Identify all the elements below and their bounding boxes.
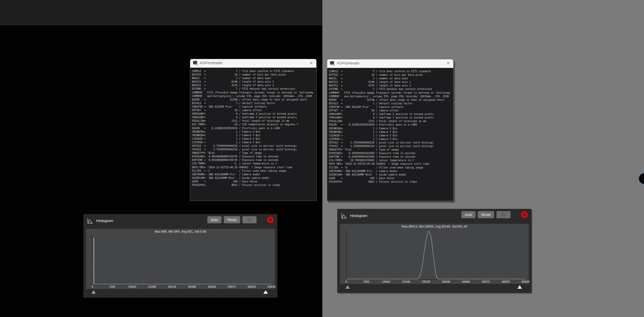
plot-area	[346, 231, 526, 280]
close-button[interactable]: ✕	[267, 216, 274, 223]
y-axis-tick	[345, 231, 346, 232]
y-axis-tick	[345, 243, 346, 244]
x-axis-label: 0	[346, 280, 347, 283]
x-axis-label: 65535	[268, 285, 276, 288]
histogram-toolbar: Auto Reset ✕	[205, 216, 274, 223]
y-axis-tick	[91, 249, 92, 249]
fits-header-text: SIMPLE = T / file does conform to FITS s…	[190, 68, 316, 187]
y-axis-tick	[91, 273, 92, 273]
y-axis-tick	[345, 279, 346, 279]
x-axis-label: 50971	[228, 285, 236, 288]
window-title: Histogram	[350, 213, 367, 218]
x-axis-label: 21845	[148, 285, 156, 288]
x-axis-label: 7281	[363, 280, 370, 283]
fits-window-titlebar[interactable]: FITS ASIFitsHeader ✕	[327, 59, 453, 68]
histogram-toolbar: Auto Reset ✕	[459, 211, 528, 218]
zoom-button[interactable]	[242, 216, 257, 223]
window-title: Histogram	[96, 218, 113, 223]
histogram-plot-panel: Max:656, Min:364, Avg:501, Std:5.88	[86, 229, 275, 289]
y-axis-tick	[345, 267, 346, 268]
white-point-slider[interactable]	[517, 285, 522, 289]
x-axis-label: 0	[92, 285, 93, 288]
x-axis-label: 36408	[188, 285, 196, 288]
histogram-window-bias: Histogram Auto Reset ✕ Max:656, Min:364,…	[83, 214, 277, 298]
reset-button[interactable]: Reset	[478, 211, 494, 218]
close-icon[interactable]: ✕	[310, 60, 313, 66]
x-axis-labels: 0 7281 14563 21845 29126 36408 43690 509…	[346, 280, 526, 284]
x-axis-labels: 0 7281 14563 21845 29126 36408 43690 509…	[92, 285, 272, 289]
close-icon[interactable]: ✕	[446, 61, 450, 66]
window-title: ASIFitsHeader	[337, 61, 360, 65]
black-point-slider[interactable]	[91, 290, 96, 294]
y-axis-tick	[91, 236, 92, 237]
stats-readout: Max:656, Min:364, Avg:501, Std:5.88	[86, 230, 275, 233]
x-axis-label: 58253	[502, 280, 510, 283]
svg-text:FITS: FITS	[331, 62, 333, 64]
fits-file-icon: FITS	[329, 61, 335, 66]
auto-button[interactable]: Auto	[461, 211, 476, 218]
x-axis-label: 50971	[482, 280, 490, 283]
y-axis-tick	[345, 256, 346, 256]
x-axis-label: 21845	[402, 280, 410, 283]
histogram-curve	[92, 236, 272, 284]
close-button[interactable]: ✕	[521, 211, 528, 218]
magnifier-plus-icon	[501, 212, 506, 217]
black-point-slider[interactable]	[345, 285, 350, 289]
histogram-window-flat: Histogram Auto Reset ✕ Max:39013, Min:26…	[337, 209, 531, 293]
desktop: FITS ASIFitsHeader ✕ SIMPLE = T / file d…	[0, 0, 644, 317]
histogram-icon	[341, 212, 348, 219]
x-axis-label: 14563	[382, 280, 390, 283]
image-canvas-dark-top-strip	[0, 0, 322, 25]
histogram-icon	[87, 217, 94, 224]
stats-readout: Max:39013, Min:26555, Avg:30148, Std:501…	[340, 225, 529, 228]
x-axis-label: 43690	[208, 285, 216, 288]
x-axis-label: 43690	[462, 280, 470, 283]
x-axis-label: 65535	[522, 280, 530, 283]
svg-text:FITS: FITS	[194, 62, 197, 63]
x-axis-label: 29126	[422, 280, 430, 283]
plot-area	[92, 236, 272, 285]
x-axis-label: 58253	[248, 285, 256, 288]
y-axis-tick	[91, 284, 92, 284]
fits-file-icon: FITS	[192, 61, 198, 66]
fits-header-window-flat: FITS ASIFitsHeader ✕ SIMPLE = T / file d…	[327, 59, 454, 201]
auto-button[interactable]: Auto	[207, 216, 222, 223]
histogram-plot-panel: Max:39013, Min:26555, Avg:30148, Std:501…	[340, 224, 529, 284]
x-axis-label: 7281	[109, 285, 116, 288]
white-point-slider[interactable]	[263, 290, 268, 294]
fits-header-text: SIMPLE = T / file does conform to FITS s…	[327, 68, 453, 184]
window-title: ASIFitsHeader	[200, 61, 223, 65]
reset-button[interactable]: Reset	[224, 216, 240, 223]
x-axis-label: 36408	[442, 280, 450, 283]
x-axis-label: 29126	[168, 285, 176, 288]
zoom-button[interactable]	[496, 211, 511, 218]
fits-header-window-bias: FITS ASIFitsHeader ✕ SIMPLE = T / file d…	[190, 59, 317, 201]
histogram-curve	[346, 231, 526, 279]
fits-window-titlebar[interactable]: FITS ASIFitsHeader ✕	[190, 59, 316, 68]
x-axis-label: 14563	[128, 285, 136, 288]
magnifier-plus-icon	[247, 217, 252, 223]
y-axis-tick	[91, 261, 92, 261]
